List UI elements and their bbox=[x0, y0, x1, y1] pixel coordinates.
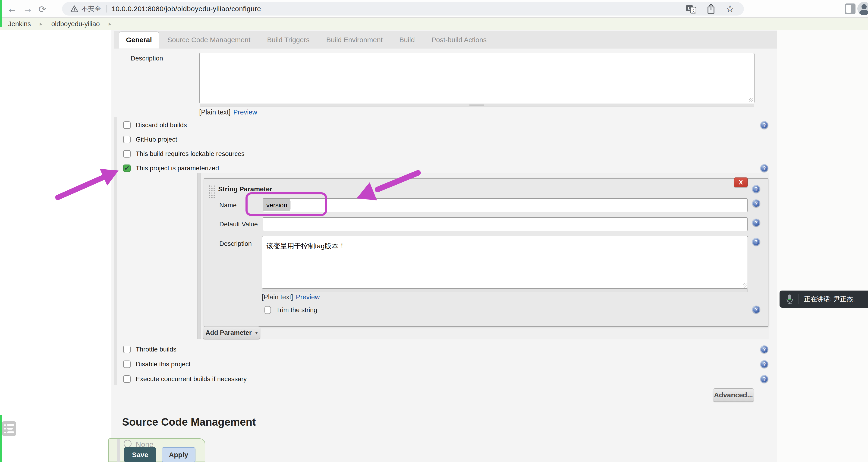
url-bar[interactable]: 不安全 10.0.0.201:8080/job/oldboyedu-yiliao… bbox=[62, 2, 744, 16]
tab-source-code-management[interactable]: Source Code Management bbox=[159, 32, 259, 48]
checkbox-row-github-project: GitHub project bbox=[123, 135, 177, 144]
name-label: Name bbox=[219, 202, 237, 209]
tab-build-triggers[interactable]: Build Triggers bbox=[259, 32, 318, 48]
textarea-resize-handle[interactable] bbox=[199, 104, 754, 107]
parameter-name-input[interactable]: version bbox=[262, 198, 748, 212]
checkbox-row-discard-old-builds: Discard old builds bbox=[123, 121, 187, 129]
markup-formatter-row: [Plain text]Preview bbox=[262, 293, 320, 301]
apply-button[interactable]: Apply bbox=[162, 447, 195, 462]
section-divider bbox=[114, 413, 777, 413]
help-icon[interactable]: ? bbox=[760, 121, 768, 129]
default-value-input[interactable] bbox=[262, 217, 748, 231]
plain-text-label: [Plain text] bbox=[199, 109, 230, 116]
dropdown-arrow-icon: ▾ bbox=[255, 330, 258, 336]
checkbox-row-disable: Disable this project bbox=[123, 360, 191, 368]
checkbox-row-trim: Trim the string bbox=[265, 306, 317, 314]
checkbox-label: GitHub project bbox=[136, 136, 177, 143]
section-drag-strip bbox=[114, 117, 117, 385]
tab-post-build-actions[interactable]: Post-build Actions bbox=[423, 32, 495, 48]
checkbox-label: Disable this project bbox=[136, 360, 191, 368]
security-warning-icon bbox=[70, 5, 78, 12]
parameter-drag-strip[interactable] bbox=[197, 173, 200, 339]
help-icon[interactable]: ? bbox=[752, 238, 760, 246]
tab-build-environment[interactable]: Build Environment bbox=[318, 32, 391, 48]
discard-old-builds-checkbox[interactable] bbox=[123, 121, 131, 129]
resize-grip-icon[interactable] bbox=[749, 98, 753, 102]
list-line-icon bbox=[4, 431, 16, 433]
tab-general[interactable]: General bbox=[119, 31, 159, 49]
checkbox-label: This build requires lockable resources bbox=[136, 150, 245, 157]
add-parameter-button[interactable]: Add Parameter ▾ bbox=[203, 326, 260, 339]
scm-drag-strip bbox=[117, 439, 120, 462]
list-line-icon bbox=[4, 428, 16, 430]
right-margin bbox=[777, 30, 868, 462]
tooltip-divider bbox=[799, 294, 799, 304]
drag-handle-icon[interactable] bbox=[209, 185, 215, 198]
checkbox-label: Trim the string bbox=[276, 306, 317, 314]
markup-formatter-row: [Plain text]Preview bbox=[199, 109, 257, 116]
help-icon[interactable]: ? bbox=[752, 219, 760, 227]
breadcrumb-jenkins[interactable]: Jenkins bbox=[8, 20, 31, 28]
tab-build[interactable]: Build bbox=[391, 32, 423, 48]
translate-icon[interactable]: G 文 bbox=[686, 3, 696, 14]
checkbox-label: This project is parameterized bbox=[136, 165, 219, 172]
throttle-builds-checkbox[interactable] bbox=[123, 346, 131, 353]
security-label: 不安全 bbox=[82, 4, 101, 13]
scm-heading: Source Code Management bbox=[122, 416, 256, 428]
chevron-right-icon: ▸ bbox=[108, 21, 112, 27]
back-icon[interactable]: ← bbox=[7, 3, 17, 15]
description-textarea[interactable] bbox=[199, 53, 754, 103]
help-icon[interactable]: ? bbox=[760, 360, 768, 368]
checkbox-label: Throttle builds bbox=[136, 346, 177, 353]
browser-toolbar: ← → ⟳ 不安全 10.0.0.201:8080/job/oldboyedu-… bbox=[0, 0, 868, 18]
param-description-label: Description bbox=[219, 240, 252, 248]
config-tabbar: General Source Code Management Build Tri… bbox=[114, 31, 777, 49]
checkbox-row-concurrent: Execute concurrent builds if necessary bbox=[123, 375, 247, 383]
checkbox-label: Execute concurrent builds if necessary bbox=[136, 375, 247, 383]
help-icon[interactable]: ? bbox=[760, 345, 768, 353]
scm-none-radio[interactable] bbox=[124, 440, 131, 447]
share-icon[interactable] bbox=[707, 3, 715, 14]
microphone-icon bbox=[785, 294, 794, 305]
checkbox-row-throttle: Throttle builds bbox=[123, 345, 177, 353]
profile-avatar[interactable] bbox=[857, 2, 868, 15]
param-description-value: 该变量用于控制tag版本！ bbox=[266, 242, 345, 250]
list-line-icon bbox=[4, 424, 16, 426]
string-parameter-title: String Parameter bbox=[218, 185, 272, 193]
github-project-checkbox[interactable] bbox=[123, 136, 131, 143]
forward-icon[interactable]: → bbox=[23, 3, 33, 15]
concurrent-builds-checkbox[interactable] bbox=[123, 375, 131, 383]
annotation-highlight-box bbox=[246, 192, 327, 216]
trim-string-checkbox[interactable] bbox=[265, 306, 271, 314]
help-icon[interactable]: ? bbox=[760, 375, 768, 383]
help-icon[interactable]: ? bbox=[752, 185, 760, 193]
left-sidebar bbox=[0, 30, 111, 462]
speaking-text: 正在讲话: 尹正杰; bbox=[804, 295, 855, 304]
preview-link[interactable]: Preview bbox=[233, 109, 257, 116]
delete-parameter-button[interactable]: X bbox=[734, 177, 748, 187]
side-panel-icon[interactable] bbox=[845, 3, 856, 14]
jenkins-configure-page: ← → ⟳ 不安全 10.0.0.201:8080/job/oldboyedu-… bbox=[0, 0, 868, 462]
advanced-button[interactable]: Advanced... bbox=[713, 388, 754, 402]
lockable-resources-checkbox[interactable] bbox=[123, 150, 131, 157]
preview-link[interactable]: Preview bbox=[296, 293, 319, 301]
checkbox-label: Discard old builds bbox=[136, 121, 187, 129]
description-label: Description bbox=[131, 55, 163, 62]
resize-grip-icon[interactable] bbox=[743, 283, 747, 288]
parameterized-checkbox[interactable]: ✓ bbox=[123, 165, 131, 172]
screenshare-border-top bbox=[0, 0, 2, 27]
textarea-resize-handle[interactable] bbox=[262, 289, 748, 292]
speaking-indicator: 正在讲话: 尹正杰; bbox=[779, 291, 868, 308]
reload-icon[interactable]: ⟳ bbox=[38, 3, 46, 15]
save-button[interactable]: Save bbox=[124, 447, 156, 462]
help-icon[interactable]: ? bbox=[752, 200, 760, 207]
help-icon[interactable]: ? bbox=[752, 306, 760, 314]
annotation-toolbar-button[interactable] bbox=[2, 421, 16, 436]
help-icon[interactable]: ? bbox=[760, 164, 768, 172]
param-description-textarea[interactable]: 该变量用于控制tag版本！ bbox=[262, 236, 748, 289]
add-parameter-label: Add Parameter bbox=[206, 329, 251, 337]
advanced-label: Advanced... bbox=[714, 391, 753, 399]
bookmark-star-icon[interactable]: ☆ bbox=[725, 4, 735, 14]
disable-project-checkbox[interactable] bbox=[123, 360, 131, 368]
breadcrumb-job[interactable]: oldboyedu-yiliao bbox=[51, 20, 100, 28]
